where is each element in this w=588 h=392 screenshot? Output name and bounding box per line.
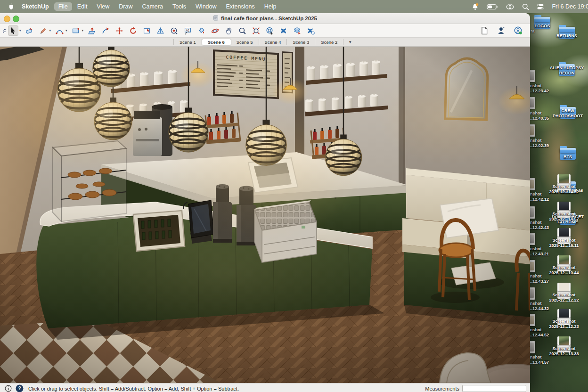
menu-item-help[interactable]: Help — [260, 2, 281, 11]
status-bar: ? Click or drag to select objects. Shift… — [0, 383, 530, 392]
info-icon[interactable] — [5, 385, 12, 392]
section-plane-tool[interactable] — [141, 25, 152, 36]
desktop-folder-bts-7[interactable]: BTS — [560, 148, 576, 160]
folder-icon — [559, 27, 575, 32]
model-viewport[interactable]: COFFEE MENU — [0, 47, 530, 383]
scene-tab-scene-1[interactable]: Scene 1 — [173, 39, 202, 45]
folder-icon — [560, 148, 576, 153]
scene-tab-scene-3[interactable]: Scene 3 — [287, 39, 315, 45]
layers-tool[interactable] — [292, 25, 302, 36]
select-tool-dropdown[interactable]: ▾ — [19, 29, 21, 33]
edge-clipped-tool[interactable] — [1, 25, 6, 36]
desktop-folder-returns-2[interactable]: RETURNS — [559, 27, 575, 39]
text-label-tool[interactable]: A1 — [182, 25, 193, 36]
push-pull-tool[interactable] — [87, 25, 97, 36]
follow-me-tool[interactable] — [100, 25, 111, 36]
desktop-icon-label: Screenshot2025-12...14.52 — [549, 184, 579, 195]
measurements-input[interactable] — [462, 385, 526, 392]
desktop-icon-label: BTS — [564, 155, 572, 160]
battery-icon[interactable] — [487, 4, 498, 10]
menu-bar-status: Fri 6 Dec 19:0 — [471, 3, 588, 11]
screenshot-file-icon — [557, 309, 571, 318]
zoom-tool[interactable] — [237, 25, 247, 36]
menu-item-window[interactable]: Window — [191, 2, 220, 11]
menu-item-draw[interactable]: Draw — [114, 2, 137, 11]
position-camera-tool[interactable] — [155, 25, 165, 36]
account-button[interactable] — [513, 25, 523, 36]
rectangle-tool[interactable] — [71, 25, 81, 36]
desktop-file-screenshot-12[interactable]: Screenshot2025-12...14.52 — [557, 178, 571, 190]
scene-tabs: Scene 1Scene 6Scene 5Scene 4Scene 3Scene… — [173, 39, 343, 45]
move-tool[interactable] — [114, 25, 124, 36]
apple-menu[interactable] — [5, 3, 17, 10]
desktop-folder-logos-1[interactable]: LOGOS — [534, 17, 550, 29]
measurements-label: Measurements — [425, 386, 459, 392]
zoom-extents-tool[interactable] — [251, 25, 261, 36]
scene-tab-scene-4[interactable]: Scene 4 — [259, 39, 287, 45]
menu-item-tools[interactable]: Tools — [168, 2, 190, 11]
svg-text:A1: A1 — [186, 28, 189, 32]
look-around-tool[interactable] — [169, 25, 179, 36]
control-center-icon[interactable] — [537, 3, 544, 10]
scene-tab-scene-6[interactable]: Scene 6 — [202, 39, 231, 45]
desktop-icon-label: Screenshot2025-12...12.22 — [549, 293, 579, 303]
search-icon[interactable] — [522, 3, 529, 10]
line-tool[interactable] — [38, 25, 49, 36]
cafe-render: COFFEE MENU — [0, 47, 530, 383]
arc-tool-dropdown[interactable]: ▾ — [65, 29, 67, 33]
screenshot-file-icon — [557, 283, 571, 291]
desktop-icon-label: Screenshot2025-12...16.11 — [549, 238, 579, 248]
toolbar: ▾▾▾▾A1 — [0, 24, 530, 38]
help-icon[interactable]: ? — [16, 384, 24, 392]
menu-item-edit[interactable]: Edit — [73, 2, 92, 11]
desktop-file-screenshot-16[interactable]: Screenshot2025-12...16.11 — [557, 232, 571, 244]
menu-item-camera[interactable]: Camera — [138, 2, 167, 11]
desktop-file-screenshot-24[interactable]: Screenshot2025-12...13.33 — [557, 340, 571, 352]
rectangle-tool-dropdown[interactable]: ▾ — [82, 29, 84, 33]
menu-item-sketchup[interactable]: SketchUp — [17, 2, 53, 11]
pan-tool[interactable] — [223, 25, 234, 36]
desktop-icon-label: nshot..13.44.57 — [530, 355, 549, 365]
menu-item-file[interactable]: File — [54, 2, 72, 11]
desktop-icon-label: CREWPHOTOSHOOT — [553, 108, 583, 119]
eraser-tool[interactable] — [24, 25, 35, 36]
line-tool-dropdown[interactable]: ▾ — [49, 29, 51, 33]
desktop-file-screenshot-14[interactable]: Screenshot2025-12...14.57 — [557, 205, 571, 218]
desktop-folder-crew-5[interactable]: CREWPHOTOSHOOT — [560, 107, 576, 119]
desktop-icon-label: nshot..12.43.21 — [530, 246, 549, 257]
svg-text:?: ? — [18, 386, 21, 391]
desktop-file-screenshot-18[interactable]: Screenshot2025-12...10.44 — [557, 259, 571, 271]
desktop-icon-label: nshot..12.23.42 — [530, 83, 549, 94]
new-document-button[interactable] — [479, 25, 490, 36]
desktop-file-screenshot-20[interactable]: Screenshot2025-12...12.22 — [557, 286, 571, 299]
scene-overflow-arrow[interactable]: ▼ — [343, 40, 357, 44]
menu-items: SketchUpFileEditViewDrawCameraToolsWindo… — [17, 2, 281, 11]
orbit-tool[interactable] — [210, 25, 220, 36]
model-info-tool[interactable] — [264, 25, 275, 36]
desktop-file-screenshot-22[interactable]: Screenshot2025-12...12.23 — [557, 313, 571, 325]
desktop-icon-label: nshot..12.42.43 — [530, 220, 549, 230]
menubar-clock[interactable]: Fri 6 Dec 19:0 — [552, 3, 588, 10]
paint-bucket-tool[interactable] — [196, 25, 206, 36]
people-button[interactable] — [496, 25, 506, 36]
desktop-icon-label: Screenshot2025-12...12.23 — [549, 319, 579, 329]
desktop-icon-label: ra — [531, 29, 535, 34]
window-titlebar[interactable]: final cafe floor plans - SketchUp 2025 — [0, 13, 530, 24]
arc-tool[interactable] — [54, 25, 65, 36]
desktop-folder-alien-autopsy-3[interactable]: ALIEN AUTOPSYRECON — [559, 64, 575, 76]
desktop-icon-label: Screenshot2025-12...13.33 — [549, 346, 579, 357]
screen-mirroring-icon[interactable] — [506, 3, 514, 10]
screenshot-file-icon — [557, 336, 571, 345]
select-tool[interactable] — [8, 25, 18, 36]
swap-x-tool[interactable] — [278, 25, 288, 36]
desktop-icon-label: nshot..12.40.35 — [530, 111, 549, 121]
swap-x-clock-tool[interactable] — [305, 25, 316, 36]
menu-item-view[interactable]: View — [92, 2, 114, 11]
menu-item-extensions[interactable]: Extensions — [222, 2, 259, 11]
rotate-tool[interactable] — [128, 25, 138, 36]
scene-tab-scene-5[interactable]: Scene 5 — [231, 39, 259, 45]
screenshot-file-icon — [557, 202, 571, 210]
desktop-icon-label: RETURNS — [556, 33, 577, 39]
notification-bell-icon[interactable] — [471, 3, 479, 11]
scene-tab-scene-2[interactable]: Scene 2 — [315, 39, 343, 45]
